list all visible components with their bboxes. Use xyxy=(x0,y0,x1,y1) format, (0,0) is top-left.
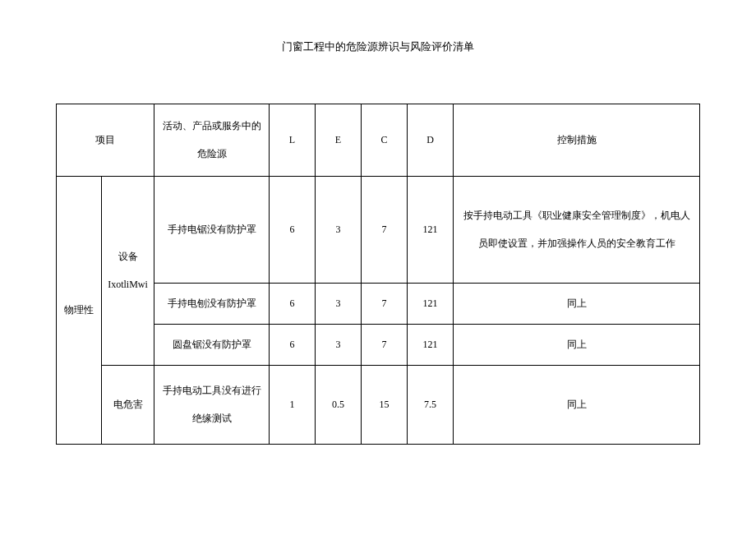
subcategory-cell: 电危害 xyxy=(102,366,154,445)
value-L: 6 xyxy=(270,177,316,284)
header-project: 项目 xyxy=(57,104,154,177)
value-E: 3 xyxy=(316,177,362,284)
value-D: 7.5 xyxy=(408,366,454,445)
hazard-cell: 圆盘锯没有防护罩 xyxy=(154,325,270,366)
risk-table: 项目 活动、产品或服务中的危险源 L E C D 控制措施 物理性 设备Ixot… xyxy=(56,104,700,445)
page-title: 门窗工程中的危险源辨识与风险评价清单 xyxy=(0,0,756,104)
subcategory-cell: 设备IxotliMwi xyxy=(102,177,154,366)
hazard-cell: 手持电动工具没有进行绝缘测试 xyxy=(154,366,270,445)
value-C: 7 xyxy=(362,325,408,366)
header-hazard: 活动、产品或服务中的危险源 xyxy=(154,104,270,177)
value-D: 121 xyxy=(408,325,454,366)
table-header-row: 项目 活动、产品或服务中的危险源 L E C D 控制措施 xyxy=(57,104,700,177)
value-L: 6 xyxy=(270,325,316,366)
header-D: D xyxy=(408,104,454,177)
category-cell: 物理性 xyxy=(57,177,102,445)
hazard-cell: 手持电锯没有防护罩 xyxy=(154,177,270,284)
value-C: 7 xyxy=(362,284,408,325)
hazard-cell: 手持电刨没有防护罩 xyxy=(154,284,270,325)
value-E: 3 xyxy=(316,284,362,325)
value-D: 121 xyxy=(408,177,454,284)
table-row: 电危害 手持电动工具没有进行绝缘测试 1 0.5 15 7.5 同上 xyxy=(57,366,700,445)
header-measure: 控制措施 xyxy=(454,104,700,177)
value-L: 1 xyxy=(270,366,316,445)
measure-cell: 同上 xyxy=(454,366,700,445)
header-E: E xyxy=(316,104,362,177)
measure-cell: 同上 xyxy=(454,284,700,325)
value-E: 0.5 xyxy=(316,366,362,445)
value-L: 6 xyxy=(270,284,316,325)
header-L: L xyxy=(270,104,316,177)
measure-cell: 按手持电动工具《职业健康安全管理制度》，机电人员即使设置，并加强操作人员的安全教… xyxy=(454,177,700,284)
value-C: 15 xyxy=(362,366,408,445)
measure-cell: 同上 xyxy=(454,325,700,366)
table-container: 项目 活动、产品或服务中的危险源 L E C D 控制措施 物理性 设备Ixot… xyxy=(0,104,756,445)
value-E: 3 xyxy=(316,325,362,366)
value-C: 7 xyxy=(362,177,408,284)
table-row: 物理性 设备IxotliMwi 手持电锯没有防护罩 6 3 7 121 按手持电… xyxy=(57,177,700,284)
header-C: C xyxy=(362,104,408,177)
value-D: 121 xyxy=(408,284,454,325)
